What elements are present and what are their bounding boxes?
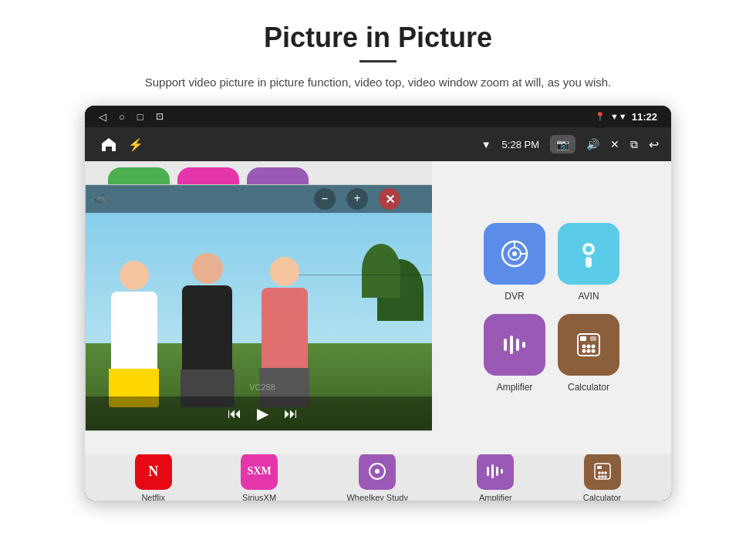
svg-point-34 — [604, 475, 607, 478]
bottom-calculator[interactable]: Calculator — [583, 453, 622, 501]
svg-rect-13 — [580, 336, 586, 341]
appbar-time: 5:28 PM — [502, 139, 539, 150]
svg-rect-9 — [510, 336, 513, 354]
watermark: VC288 — [249, 383, 275, 392]
main-content: 📹 − + ✕ — [85, 161, 671, 454]
nav-back[interactable]: ◁ — [99, 111, 106, 123]
home-button[interactable] — [97, 133, 120, 156]
calculator-bottom-icon — [584, 453, 621, 490]
amplifier-label: Amplifier — [497, 382, 533, 393]
svg-rect-23 — [487, 467, 489, 476]
video-cam-icon: 📹 — [93, 193, 106, 205]
usb-icon: ⚡ — [128, 137, 143, 152]
svg-point-18 — [587, 349, 591, 353]
calculator-label: Calculator — [568, 382, 609, 393]
page-subtitle: Support video picture in picture functio… — [31, 73, 725, 92]
app-dvr[interactable]: DVR — [484, 223, 545, 302]
wheelkey-label: Wheelkey Study — [346, 493, 407, 501]
amplifier-bottom-label: Amplifier — [479, 493, 512, 501]
back-icon[interactable]: ↩ — [649, 137, 659, 152]
camera-icon: 📷 — [556, 138, 569, 150]
svg-point-2 — [512, 251, 517, 256]
page-title: Picture in Picture — [31, 22, 725, 54]
bottom-wheelkey[interactable]: Wheelkey Study — [346, 453, 407, 501]
siriusxm-icon: SXM — [241, 453, 278, 490]
video-player[interactable]: 📹 − + ✕ — [85, 184, 440, 431]
svg-point-22 — [375, 469, 380, 474]
svg-rect-6 — [586, 257, 592, 268]
app-avin[interactable]: AVIN — [558, 223, 619, 302]
pip-minus-button[interactable]: − — [314, 188, 336, 210]
dvr-icon-bg — [484, 223, 545, 285]
netflix-icon: N — [135, 453, 172, 490]
svg-rect-10 — [516, 339, 519, 351]
right-panel: DVR AVIN — [432, 161, 671, 454]
svg-point-19 — [592, 349, 596, 353]
nav-recents[interactable]: □ — [137, 111, 143, 123]
page-wrapper: Picture in Picture Support video picture… — [0, 0, 756, 501]
pip-plus-button[interactable]: + — [346, 188, 368, 210]
window-icon[interactable]: ⧉ — [630, 138, 638, 151]
play-button[interactable]: ▶ — [257, 404, 268, 423]
pip-close-button[interactable]: ✕ — [379, 188, 400, 210]
svg-point-29 — [598, 471, 601, 474]
app-bar: ⚡ ▼ 5:28 PM 📷 🔊 ✕ ⧉ ↩ — [85, 127, 671, 161]
svg-rect-24 — [491, 464, 494, 478]
prev-button[interactable]: ⏮ — [228, 406, 241, 422]
wheelkey-icon — [359, 453, 396, 490]
app-bar-right: ▼ 5:28 PM 📷 🔊 ✕ ⧉ ↩ — [481, 135, 659, 153]
device-frame: ◁ ○ □ ⊡ 📍 ▼▼ 11:22 ⚡ ▼ — [85, 106, 671, 501]
bottom-amplifier[interactable]: Amplifier — [477, 453, 514, 501]
svg-rect-8 — [504, 339, 507, 351]
status-bar-nav: ◁ ○ □ ⊡ — [99, 111, 164, 123]
location-icon: 📍 — [595, 112, 606, 122]
avin-icon-bg — [558, 223, 619, 285]
svg-point-31 — [604, 471, 607, 474]
svg-point-32 — [598, 475, 601, 478]
app-amplifier[interactable]: Amplifier — [484, 314, 545, 393]
calculator-bottom-label: Calculator — [583, 493, 622, 501]
wifi-status-icon: ▼ — [481, 139, 491, 150]
amplifier-bottom-icon — [477, 453, 514, 490]
video-bottom-controls[interactable]: ⏮ ▶ ⏭ — [86, 396, 439, 430]
dvr-label: DVR — [505, 291, 524, 302]
bottom-labels-bar: N Netflix SXM SiriusXM Wheelkey Study — [85, 454, 671, 501]
nav-home[interactable]: ○ — [119, 111, 125, 123]
wifi-icon: ▼▼ — [610, 112, 627, 121]
app-row-1: DVR AVIN — [444, 223, 659, 302]
bottom-netflix[interactable]: N Netflix — [135, 453, 172, 501]
next-button[interactable]: ⏭ — [284, 406, 298, 422]
svg-point-33 — [601, 475, 604, 478]
svg-point-7 — [586, 246, 592, 252]
status-bar: ◁ ○ □ ⊡ 📍 ▼▼ 11:22 — [85, 106, 671, 127]
app-row-2: Amplifier — [444, 314, 659, 393]
app-calculator[interactable]: Calculator — [558, 314, 619, 393]
status-bar-info: 📍 ▼▼ 11:22 — [595, 111, 657, 123]
svg-rect-11 — [522, 342, 525, 348]
svg-rect-28 — [597, 466, 602, 469]
calculator-icon-bg — [558, 314, 619, 376]
bottom-siriusxm[interactable]: SXM SiriusXM — [241, 453, 278, 501]
svg-point-17 — [582, 349, 586, 353]
svg-point-14 — [582, 345, 586, 349]
close-icon[interactable]: ✕ — [610, 138, 619, 150]
amplifier-icon-bg — [484, 314, 545, 376]
app-bar-left: ⚡ — [97, 133, 143, 156]
svg-rect-20 — [590, 336, 596, 341]
netflix-label: Netflix — [141, 493, 165, 501]
avin-label: AVIN — [578, 291, 599, 302]
siriusxm-label: SiriusXM — [242, 493, 276, 501]
svg-point-16 — [592, 345, 596, 349]
svg-rect-25 — [496, 467, 498, 476]
camera-button[interactable]: 📷 — [550, 135, 575, 153]
svg-rect-26 — [501, 469, 503, 474]
title-divider — [359, 60, 397, 62]
svg-point-30 — [601, 471, 604, 474]
status-time: 11:22 — [632, 111, 657, 123]
pip-controls[interactable]: − + ✕ — [314, 188, 400, 210]
svg-point-15 — [587, 345, 591, 349]
volume-icon[interactable]: 🔊 — [586, 138, 599, 150]
nav-menu[interactable]: ⊡ — [156, 111, 164, 122]
